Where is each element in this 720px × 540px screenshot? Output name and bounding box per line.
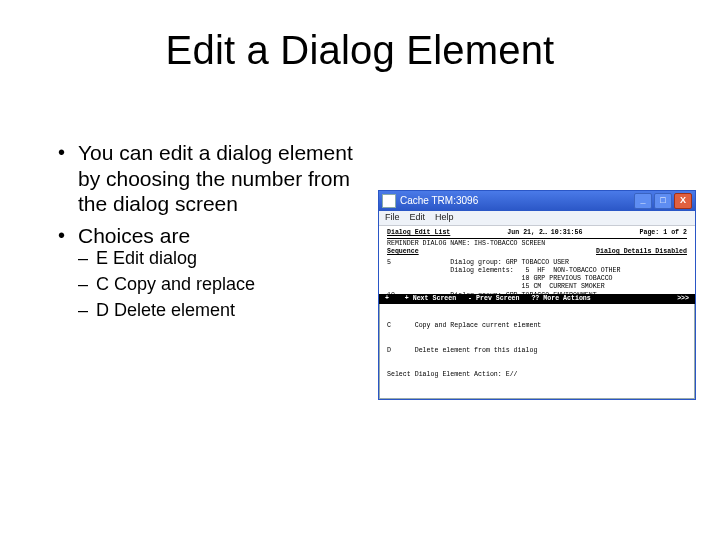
footer-copy: C Copy and Replace current element	[387, 322, 687, 330]
col-details: Dialog Details Disabled	[596, 248, 687, 256]
titlebar-left: Cache TRM:3096	[382, 194, 478, 208]
sub-edit: E Edit dialog	[78, 248, 363, 270]
sub-copy: C Copy and replace	[78, 274, 363, 296]
column-headers: Sequence Dialog Details Disabled	[387, 248, 687, 257]
slide-body: You can edit a dialog element by choosin…	[58, 140, 363, 328]
hdr-right: Page: 1 of 2	[640, 229, 687, 237]
screenshot-window-wrapper: Cache TRM:3096 _ □ X File Edit Help Dial…	[378, 190, 696, 400]
footer-prompt[interactable]: Select Dialog Element Action: E//	[387, 371, 687, 379]
minimize-button[interactable]: _	[634, 193, 652, 209]
row-5-el2: 10 GRP PREVIOUS TOBACCO	[387, 275, 687, 283]
menu-file[interactable]: File	[385, 212, 400, 223]
command-bar: + + Next Screen - Prev Screen ?? More Ac…	[379, 294, 695, 304]
menu-edit[interactable]: Edit	[410, 212, 426, 223]
menu-bar: File Edit Help	[379, 211, 695, 226]
maximize-button[interactable]: □	[654, 193, 672, 209]
row-5-el3: 15 CM CURRENT SMOKER	[387, 283, 687, 291]
cmd-actions[interactable]: + + Next Screen - Prev Screen ?? More Ac…	[385, 295, 591, 303]
sub-delete: D Delete element	[78, 300, 363, 322]
slide: Edit a Dialog Element You can edit a dia…	[0, 0, 720, 540]
line-dialog-name: REMINDER DIALOG NAME: IHS-TOBACCO SCREEN	[387, 240, 687, 248]
slide-title: Edit a Dialog Element	[0, 28, 720, 73]
bullet-1: You can edit a dialog element by choosin…	[58, 140, 363, 217]
close-button[interactable]: X	[674, 193, 692, 209]
terminal-header: Dialog Edit List Jun 21, 2… 10:31:56 Pag…	[387, 229, 687, 239]
window-buttons: _ □ X	[634, 193, 692, 209]
hdr-mid: Jun 21, 2… 10:31:56	[507, 229, 582, 237]
footer-delete: D Delete element from this dialog	[387, 347, 687, 355]
window-titlebar: Cache TRM:3096 _ □ X	[379, 191, 695, 211]
sub-list: E Edit dialog C Copy and replace D Delet…	[78, 248, 363, 322]
bullet-2: Choices are E Edit dialog C Copy and rep…	[58, 223, 363, 322]
col-sequence: Sequence	[387, 248, 419, 256]
terminal-footer: C Copy and Replace current element D Del…	[379, 304, 695, 399]
row-5-el1: Dialog elements: 5 HF NON-TOBACCO OTHER	[387, 267, 687, 275]
terminal-area: Dialog Edit List Jun 21, 2… 10:31:56 Pag…	[379, 226, 695, 294]
menu-help[interactable]: Help	[435, 212, 454, 223]
app-window: Cache TRM:3096 _ □ X File Edit Help Dial…	[378, 190, 696, 400]
app-icon	[382, 194, 396, 208]
row-5[interactable]: 5 Dialog group: GRP TOBACCO USER	[387, 259, 687, 267]
hdr-left: Dialog Edit List	[387, 229, 450, 237]
bullet-2-text: Choices are	[78, 224, 190, 247]
window-title: Cache TRM:3096	[400, 195, 478, 208]
cmd-more[interactable]: >>>	[677, 295, 689, 303]
